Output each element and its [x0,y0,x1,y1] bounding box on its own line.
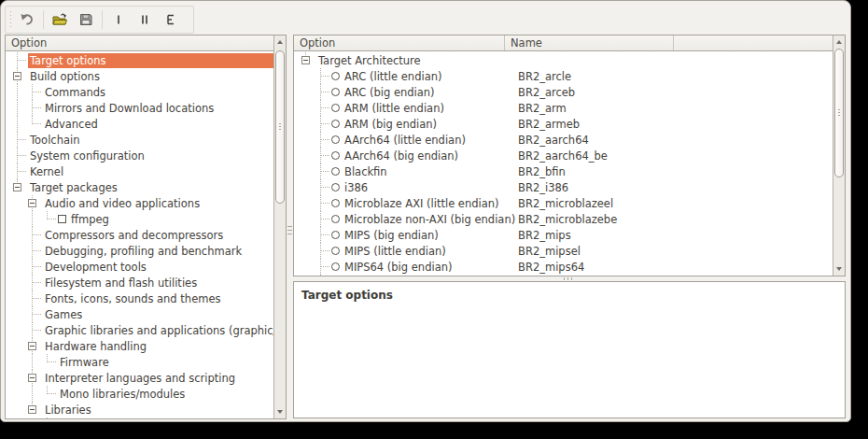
scrollbar-thumb[interactable] [275,50,285,204]
tree-connector [28,243,43,259]
collapse-expander-icon[interactable] [28,342,36,350]
tree-item[interactable]: Libraries [13,402,273,418]
radio-icon[interactable] [331,199,340,207]
tree-guide [301,68,316,84]
empty-column-header[interactable] [674,35,845,50]
tree-item-label: ARC (little endian) [343,69,444,84]
tree-item[interactable]: Compressors and decompressors [13,227,273,243]
radio-icon[interactable] [331,88,340,96]
radio-icon[interactable] [331,135,340,144]
tree-item-label: Development tools [43,260,149,275]
tree-connector [316,227,331,243]
option-column-header[interactable]: Option [6,35,286,50]
config-symbol-name: BR2_arm [516,101,568,116]
config-row[interactable]: AArch64 (big endian)BR2_aarch64_be [301,148,833,163]
tree-item-label: ARC (big endian) [343,85,438,100]
tree-item[interactable]: Mono libraries/modules [13,386,273,402]
radio-icon[interactable] [331,183,340,191]
tree-item[interactable]: Filesystem and flash utilities [13,275,273,290]
radio-icon[interactable] [331,231,340,239]
checkbox-icon[interactable] [58,215,66,223]
tree-item[interactable]: Games [13,306,273,322]
tree-item[interactable]: Hardware handling [13,338,273,354]
scroll-up-icon[interactable] [277,40,283,44]
tree-connector [28,84,43,100]
config-symbol-name: BR2_arcle [516,69,573,84]
config-row[interactable]: ARM (little endian)BR2_arm [301,100,833,116]
tree-item-label: System configuration [28,149,147,163]
tree-item[interactable]: Firmware [13,354,273,370]
tree-item[interactable]: Development tools [13,259,273,275]
config-row[interactable]: MIPS64 (little endian)BR2_mips64el [301,275,833,276]
collapse-expander-icon[interactable] [28,374,36,382]
single-pane-icon [111,12,126,27]
tree-guide [28,211,43,227]
radio-icon[interactable] [331,167,340,176]
tree-connector [316,275,331,276]
config-row[interactable]: ARC (big endian)BR2_arceb [301,84,833,100]
scroll-down-icon[interactable] [277,410,283,414]
tree-item-label: Mirrors and Download locations [43,101,217,116]
tree-item[interactable]: Interpreter languages and scripting [13,370,273,386]
collapse-expander-icon[interactable] [28,199,36,207]
tree-item[interactable]: Audio and video applications [13,195,273,211]
split-view-button[interactable] [133,8,157,31]
config-row[interactable]: MIPS (big endian)BR2_mips [301,227,833,243]
config-row[interactable]: MIPS (little endian)BR2_mipsel [301,243,833,259]
tree-item[interactable]: ffmpeg [13,211,273,227]
scrollbar-thumb[interactable] [834,49,844,177]
name-column-header[interactable]: Name [505,35,674,50]
collapse-expander-icon[interactable] [28,405,36,414]
option-column-header[interactable]: Option [294,35,505,50]
tree-item[interactable]: Fonts, icons, sounds and themes [13,290,273,306]
config-row[interactable]: BlackfinBR2_bfin [301,163,833,179]
radio-icon[interactable] [331,151,340,160]
config-symbol-name: BR2_arceb [516,85,577,100]
tree-item[interactable]: Audio/Sound [13,418,273,418]
scroll-up-icon[interactable] [836,40,842,44]
tree-item[interactable]: Graphic libraries and applications (grap… [13,322,273,338]
config-row[interactable]: Microblaze AXI (little endian)BR2_microb… [301,195,833,211]
config-row[interactable]: MIPS64 (big endian)BR2_mips64 [301,259,833,275]
tree-item[interactable]: Debugging, profiling and benchmark [13,243,273,259]
single-view-button[interactable] [106,8,131,31]
config-row[interactable]: i386BR2_i386 [301,179,833,195]
radio-icon[interactable] [331,215,340,223]
load-button[interactable] [48,8,72,31]
tree-item[interactable]: Advanced [13,116,273,132]
config-row[interactable]: ARM (big endian)BR2_armeb [301,116,833,132]
panel-splitter-vertical[interactable] [287,35,293,419]
vertical-scrollbar[interactable] [273,35,286,418]
config-row[interactable]: Target Architecture [301,52,833,68]
tree-connector [13,52,28,68]
config-row[interactable]: AArch64 (little endian)BR2_aarch64 [301,132,833,148]
help-panel-title: Target options [294,282,845,302]
tree-item-label: Target Architecture [316,53,424,68]
config-row[interactable]: ARC (little endian)BR2_arcle [301,68,833,84]
back-button[interactable] [15,8,39,31]
tree-item[interactable]: Build options [13,68,273,84]
tree-guide [13,290,28,306]
tree-item[interactable]: Mirrors and Download locations [13,100,273,116]
tree-item[interactable]: Target packages [13,179,273,195]
tree-item[interactable]: Target options [13,52,273,68]
save-button[interactable] [74,8,98,31]
tree-item[interactable]: Commands [13,84,273,100]
tree-item[interactable]: Kernel [13,163,273,179]
toolbar-drag-handle[interactable] [7,11,14,28]
collapse-expander-icon[interactable] [13,183,21,191]
collapse-expander-icon[interactable] [13,72,21,80]
vertical-scrollbar[interactable] [833,35,845,276]
scroll-down-icon[interactable] [836,267,842,271]
radio-icon[interactable] [331,247,340,255]
radio-icon[interactable] [331,120,340,128]
radio-icon[interactable] [331,104,340,112]
config-row[interactable]: Microblaze non-AXI (big endian)BR2_micro… [301,211,833,227]
radio-icon[interactable] [331,72,340,80]
radio-icon[interactable] [331,262,340,271]
tree-item-label: AArch64 (little endian) [343,133,469,148]
full-view-button[interactable] [159,8,183,31]
collapse-expander-icon[interactable] [301,56,310,64]
tree-item[interactable]: Toolchain [13,132,273,148]
tree-item[interactable]: System configuration [13,148,273,163]
